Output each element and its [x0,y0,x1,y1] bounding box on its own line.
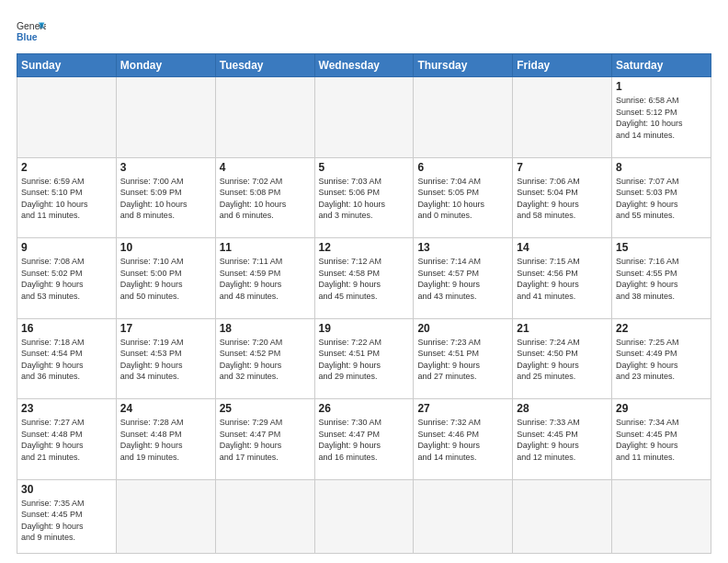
calendar-cell: 15Sunrise: 7:16 AM Sunset: 4:55 PM Dayli… [612,238,711,319]
day-info: Sunrise: 7:07 AM Sunset: 5:03 PM Dayligh… [616,176,707,222]
day-info: Sunrise: 7:24 AM Sunset: 4:50 PM Dayligh… [517,337,608,383]
calendar-cell: 23Sunrise: 7:27 AM Sunset: 4:48 PM Dayli… [17,399,117,480]
day-number: 7 [517,161,608,174]
calendar-cell: 1Sunrise: 6:58 AM Sunset: 5:12 PM Daylig… [612,77,711,158]
week-row-1: 1Sunrise: 6:58 AM Sunset: 5:12 PM Daylig… [17,77,711,158]
calendar-cell [116,479,215,553]
day-info: Sunrise: 6:59 AM Sunset: 5:10 PM Dayligh… [21,176,112,222]
week-row-3: 9Sunrise: 7:08 AM Sunset: 5:02 PM Daylig… [17,238,711,319]
calendar-cell [314,77,414,158]
day-number: 14 [517,241,608,254]
day-info: Sunrise: 7:20 AM Sunset: 4:52 PM Dayligh… [220,337,311,383]
calendar-table: SundayMondayTuesdayWednesdayThursdayFrid… [17,53,711,554]
week-row-6: 30Sunrise: 7:35 AM Sunset: 4:45 PM Dayli… [17,479,711,553]
day-number: 28 [517,402,608,415]
day-number: 15 [616,241,707,254]
page: General Blue SundayMondayTuesdayWednesda… [0,0,728,563]
weekday-header-wednesday: Wednesday [314,54,414,77]
day-number: 27 [417,402,508,415]
day-number: 17 [120,322,211,335]
calendar-cell: 20Sunrise: 7:23 AM Sunset: 4:51 PM Dayli… [414,318,513,399]
day-info: Sunrise: 7:22 AM Sunset: 4:51 PM Dayligh… [319,337,410,383]
day-number: 4 [220,161,311,174]
day-number: 9 [21,241,112,254]
calendar-cell: 18Sunrise: 7:20 AM Sunset: 4:52 PM Dayli… [215,318,314,399]
calendar-cell: 25Sunrise: 7:29 AM Sunset: 4:47 PM Dayli… [215,399,314,480]
calendar-cell: 29Sunrise: 7:34 AM Sunset: 4:45 PM Dayli… [612,399,711,480]
weekday-header-tuesday: Tuesday [215,54,314,77]
day-number: 24 [120,402,211,415]
day-number: 25 [220,402,311,415]
calendar-cell: 2Sunrise: 6:59 AM Sunset: 5:10 PM Daylig… [17,157,117,238]
calendar-cell: 9Sunrise: 7:08 AM Sunset: 5:02 PM Daylig… [17,238,117,319]
weekday-header-thursday: Thursday [414,54,513,77]
calendar-cell: 14Sunrise: 7:15 AM Sunset: 4:56 PM Dayli… [513,238,612,319]
calendar-cell [414,77,513,158]
weekday-header-saturday: Saturday [612,54,711,77]
week-row-5: 23Sunrise: 7:27 AM Sunset: 4:48 PM Dayli… [17,399,711,480]
day-number: 29 [616,402,707,415]
calendar-cell: 11Sunrise: 7:11 AM Sunset: 4:59 PM Dayli… [215,238,314,319]
calendar-cell: 16Sunrise: 7:18 AM Sunset: 4:54 PM Dayli… [17,318,117,399]
day-info: Sunrise: 7:02 AM Sunset: 5:08 PM Dayligh… [220,176,311,222]
week-row-2: 2Sunrise: 6:59 AM Sunset: 5:10 PM Daylig… [17,157,711,238]
day-info: Sunrise: 7:04 AM Sunset: 5:05 PM Dayligh… [417,176,508,222]
calendar-cell: 6Sunrise: 7:04 AM Sunset: 5:05 PM Daylig… [414,157,513,238]
calendar-cell: 13Sunrise: 7:14 AM Sunset: 4:57 PM Dayli… [414,238,513,319]
weekday-header-monday: Monday [116,54,215,77]
weekday-header-row: SundayMondayTuesdayWednesdayThursdayFrid… [17,54,711,77]
day-number: 18 [220,322,311,335]
day-info: Sunrise: 7:33 AM Sunset: 4:45 PM Dayligh… [517,417,608,463]
logo: General Blue [17,17,46,46]
day-info: Sunrise: 7:29 AM Sunset: 4:47 PM Dayligh… [220,417,311,463]
day-number: 26 [319,402,410,415]
calendar-cell [612,479,711,553]
day-info: Sunrise: 6:58 AM Sunset: 5:12 PM Dayligh… [616,95,707,141]
calendar-cell: 22Sunrise: 7:25 AM Sunset: 4:49 PM Dayli… [612,318,711,399]
calendar-cell [513,77,612,158]
day-info: Sunrise: 7:23 AM Sunset: 4:51 PM Dayligh… [417,337,508,383]
day-number: 16 [21,322,112,335]
day-number: 21 [517,322,608,335]
day-number: 6 [417,161,508,174]
calendar-cell: 4Sunrise: 7:02 AM Sunset: 5:08 PM Daylig… [215,157,314,238]
calendar-cell: 8Sunrise: 7:07 AM Sunset: 5:03 PM Daylig… [612,157,711,238]
day-info: Sunrise: 7:27 AM Sunset: 4:48 PM Dayligh… [21,417,112,463]
weekday-header-friday: Friday [513,54,612,77]
weekday-header-sunday: Sunday [17,54,117,77]
day-info: Sunrise: 7:28 AM Sunset: 4:48 PM Dayligh… [120,417,211,463]
calendar-cell: 28Sunrise: 7:33 AM Sunset: 4:45 PM Dayli… [513,399,612,480]
day-info: Sunrise: 7:10 AM Sunset: 5:00 PM Dayligh… [120,256,211,302]
calendar-cell [314,479,414,553]
header: General Blue [17,17,711,46]
day-number: 20 [417,322,508,335]
calendar-cell: 21Sunrise: 7:24 AM Sunset: 4:50 PM Dayli… [513,318,612,399]
calendar-cell: 7Sunrise: 7:06 AM Sunset: 5:04 PM Daylig… [513,157,612,238]
calendar-cell: 5Sunrise: 7:03 AM Sunset: 5:06 PM Daylig… [314,157,414,238]
day-info: Sunrise: 7:32 AM Sunset: 4:46 PM Dayligh… [417,417,508,463]
calendar-cell: 10Sunrise: 7:10 AM Sunset: 5:00 PM Dayli… [116,238,215,319]
day-info: Sunrise: 7:30 AM Sunset: 4:47 PM Dayligh… [319,417,410,463]
calendar-cell [215,77,314,158]
day-number: 23 [21,402,112,415]
calendar-cell: 12Sunrise: 7:12 AM Sunset: 4:58 PM Dayli… [314,238,414,319]
day-info: Sunrise: 7:14 AM Sunset: 4:57 PM Dayligh… [417,256,508,302]
day-info: Sunrise: 7:03 AM Sunset: 5:06 PM Dayligh… [319,176,410,222]
calendar-cell: 26Sunrise: 7:30 AM Sunset: 4:47 PM Dayli… [314,399,414,480]
day-info: Sunrise: 7:08 AM Sunset: 5:02 PM Dayligh… [21,256,112,302]
day-number: 22 [616,322,707,335]
day-info: Sunrise: 7:11 AM Sunset: 4:59 PM Dayligh… [220,256,311,302]
calendar-cell: 17Sunrise: 7:19 AM Sunset: 4:53 PM Dayli… [116,318,215,399]
calendar-cell [414,479,513,553]
day-number: 13 [417,241,508,254]
day-info: Sunrise: 7:06 AM Sunset: 5:04 PM Dayligh… [517,176,608,222]
calendar-cell [116,77,215,158]
day-info: Sunrise: 7:35 AM Sunset: 4:45 PM Dayligh… [21,498,112,544]
calendar-cell: 3Sunrise: 7:00 AM Sunset: 5:09 PM Daylig… [116,157,215,238]
svg-text:Blue: Blue [17,32,38,42]
day-info: Sunrise: 7:12 AM Sunset: 4:58 PM Dayligh… [319,256,410,302]
calendar-cell: 19Sunrise: 7:22 AM Sunset: 4:51 PM Dayli… [314,318,414,399]
day-info: Sunrise: 7:34 AM Sunset: 4:45 PM Dayligh… [616,417,707,463]
generalblue-logo-icon: General Blue [17,17,46,46]
day-number: 3 [120,161,211,174]
